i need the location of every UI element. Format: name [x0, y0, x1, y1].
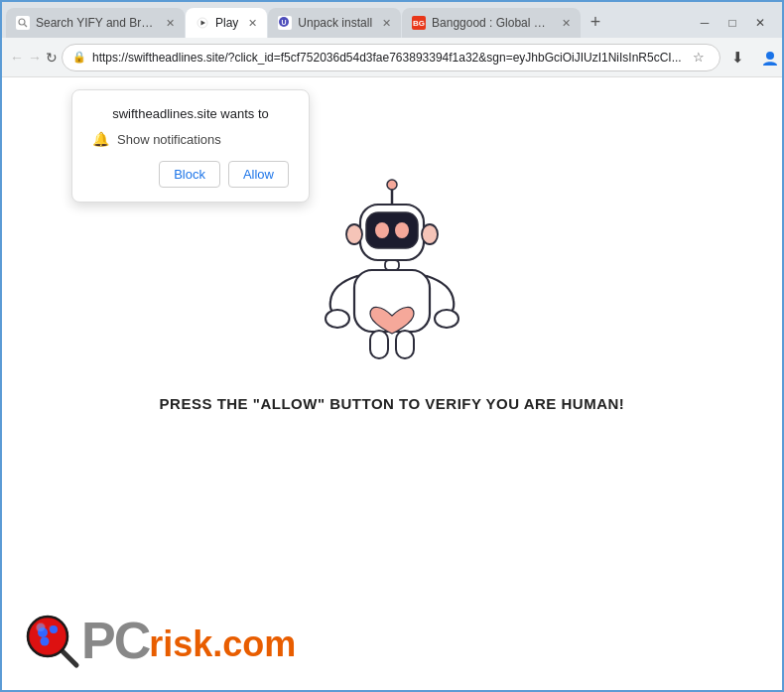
- address-icons: ☆: [688, 47, 710, 69]
- lock-icon: 🔒: [72, 51, 86, 64]
- reload-button[interactable]: ↻: [46, 44, 58, 71]
- svg-point-17: [326, 310, 349, 328]
- logo-risk: risk.com: [149, 626, 296, 662]
- svg-point-31: [41, 637, 50, 646]
- logo-pc: PC: [81, 615, 149, 666]
- download-icon[interactable]: ⬇: [724, 44, 752, 71]
- svg-text:U: U: [282, 19, 287, 26]
- svg-point-30: [50, 625, 58, 633]
- svg-point-0: [19, 19, 25, 25]
- tab-unpack[interactable]: U Unpack install ✕: [268, 8, 401, 38]
- tab-bar: Search YIFY and Brow... ✕ Play ✕ U Un: [2, 2, 782, 38]
- svg-point-12: [395, 222, 409, 238]
- svg-rect-19: [370, 331, 388, 358]
- forward-button[interactable]: →: [28, 44, 42, 71]
- svg-point-6: [766, 52, 774, 60]
- tab-label-unpack: Unpack install: [298, 16, 372, 30]
- tab-close-search[interactable]: ✕: [166, 17, 175, 30]
- window-controls: ─ □ ✕: [691, 12, 782, 38]
- back-button[interactable]: ←: [10, 44, 24, 71]
- maximize-button[interactable]: □: [719, 12, 746, 34]
- tab-favicon-play: [196, 16, 209, 30]
- browser-window: Search YIFY and Brow... ✕ Play ✕ U Un: [0, 0, 784, 692]
- tab-favicon-bg: BG: [412, 16, 426, 30]
- svg-point-8: [387, 180, 397, 190]
- tab-search-yify[interactable]: Search YIFY and Brow... ✕: [6, 8, 185, 38]
- tab-play[interactable]: Play ✕: [186, 8, 267, 38]
- profile-icon[interactable]: [756, 44, 784, 71]
- url-text: https://swiftheadlines.site/?click_id=f5…: [92, 51, 682, 65]
- popup-buttons: Block Allow: [92, 161, 289, 188]
- tab-close-banggood[interactable]: ✕: [562, 17, 571, 30]
- address-bar[interactable]: 🔒 https://swiftheadlines.site/?click_id=…: [62, 44, 720, 71]
- logo-com-text: .com: [212, 623, 296, 664]
- svg-point-22: [30, 619, 65, 654]
- tab-favicon-search: [16, 16, 30, 30]
- logo-icon: [22, 611, 81, 670]
- bookmark-icon[interactable]: ☆: [688, 47, 710, 69]
- pcrisk-logo: PC risk.com: [22, 611, 296, 670]
- svg-point-16: [422, 224, 438, 244]
- svg-point-11: [375, 222, 389, 238]
- logo-risk-text: risk: [149, 623, 212, 664]
- page-content: swiftheadlines.site wants to 🔔 Show noti…: [2, 77, 782, 690]
- tab-label-play: Play: [215, 16, 238, 30]
- popup-title: swiftheadlines.site wants to: [92, 106, 289, 121]
- logo-text: PC risk.com: [81, 615, 296, 666]
- bell-icon: 🔔: [92, 131, 109, 147]
- notification-popup: swiftheadlines.site wants to 🔔 Show noti…: [71, 89, 310, 203]
- robot-container: PRESS THE "ALLOW" BUTTON TO VERIFY YOU A…: [160, 177, 625, 412]
- toolbar-right: ⬇ ⋮: [724, 44, 784, 71]
- svg-point-15: [346, 224, 362, 244]
- popup-notification-row: 🔔 Show notifications: [92, 131, 289, 147]
- block-button[interactable]: Block: [159, 161, 220, 188]
- toolbar: ← → ↻ 🔒 https://swiftheadlines.site/?cli…: [2, 38, 782, 77]
- tab-banggood[interactable]: BG Banggood : Global Le... ✕: [402, 8, 581, 38]
- svg-rect-10: [366, 212, 418, 248]
- close-button[interactable]: ✕: [746, 12, 774, 34]
- svg-rect-13: [385, 260, 399, 270]
- new-tab-button[interactable]: +: [582, 8, 609, 36]
- svg-line-27: [63, 651, 76, 665]
- svg-line-1: [25, 25, 28, 28]
- svg-point-18: [435, 310, 458, 328]
- robot-illustration: [303, 177, 481, 375]
- minimize-button[interactable]: ─: [691, 12, 719, 34]
- tab-label-search: Search YIFY and Brow...: [36, 16, 156, 30]
- tab-close-play[interactable]: ✕: [248, 17, 257, 30]
- press-allow-text: PRESS THE "ALLOW" BUTTON TO VERIFY YOU A…: [160, 395, 625, 412]
- allow-button[interactable]: Allow: [228, 161, 289, 188]
- svg-point-32: [37, 623, 45, 631]
- notification-label: Show notifications: [117, 132, 221, 147]
- tab-label-banggood: Banggood : Global Le...: [432, 16, 552, 30]
- tab-close-unpack[interactable]: ✕: [382, 17, 391, 30]
- tab-favicon-unpack: U: [278, 16, 292, 30]
- svg-rect-20: [396, 331, 414, 358]
